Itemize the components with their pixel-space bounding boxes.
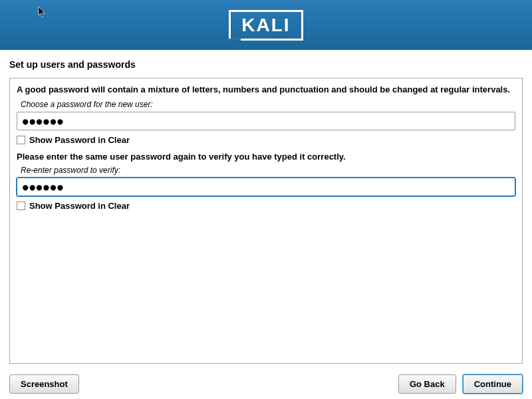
continue-button[interactable]: Continue — [463, 374, 523, 394]
password2-label: Re-enter password to verify: — [21, 166, 515, 175]
password2-input[interactable] — [17, 178, 515, 196]
screenshot-button[interactable]: Screenshot — [9, 374, 79, 394]
logo-text: KALI — [241, 15, 290, 35]
password1-input[interactable] — [17, 112, 515, 130]
button-bar: Screenshot Go Back Continue — [9, 374, 523, 394]
password1-label: Choose a password for the new user: — [21, 100, 515, 109]
go-back-button[interactable]: Go Back — [398, 374, 456, 394]
show-password1-label: Show Password in Clear — [29, 135, 130, 145]
intro-text: A good password will contain a mixture o… — [17, 84, 515, 96]
mouse-cursor — [38, 7, 47, 20]
installer-header: KALI — [0, 0, 532, 50]
content-area: Set up users and passwords A good passwo… — [0, 50, 532, 399]
show-password2-label: Show Password in Clear — [29, 201, 130, 211]
main-panel: A good password will contain a mixture o… — [9, 78, 523, 364]
kali-logo: KALI — [229, 10, 303, 41]
show-password1-row[interactable]: Show Password in Clear — [17, 135, 515, 145]
show-password1-checkbox[interactable] — [17, 136, 25, 144]
verify-instruction: Please enter the same user password agai… — [17, 152, 515, 162]
page-title: Set up users and passwords — [9, 59, 523, 70]
show-password2-checkbox[interactable] — [17, 201, 25, 210]
show-password2-row[interactable]: Show Password in Clear — [17, 201, 515, 211]
nav-buttons: Go Back Continue — [398, 374, 523, 394]
